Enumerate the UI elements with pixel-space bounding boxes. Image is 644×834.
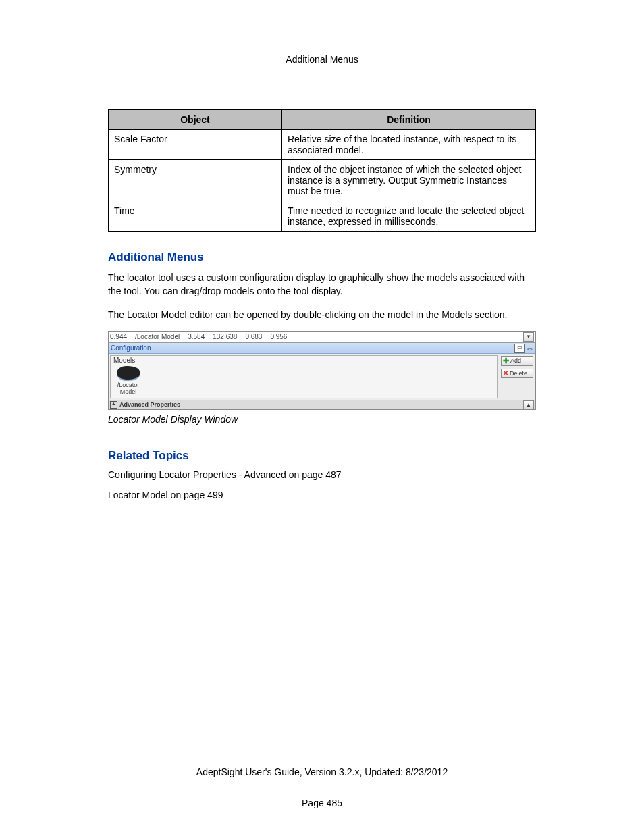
window-icon[interactable]: ▭: [514, 344, 525, 353]
figure-data-row: 0.944 /Locator Model 3.584 132.638 0.683…: [109, 332, 535, 343]
locator-model-figure: 0.944 /Locator Model 3.584 132.638 0.683…: [108, 331, 536, 410]
table-cell-object: Scale Factor: [109, 130, 282, 160]
model-thumbnail-label: /Locator Model: [113, 382, 143, 395]
table-cell-definition: Time needed to recognize and locate the …: [282, 201, 536, 232]
running-header: Additional Menus: [78, 54, 566, 65]
configuration-label: Configuration: [111, 344, 151, 352]
models-group: Models /Locator Model: [110, 355, 498, 398]
footer-rule: [78, 754, 566, 754]
table-cell-object: Time: [109, 201, 282, 232]
expand-plus-icon: +: [110, 401, 117, 409]
table-row: Time Time needed to recognize and locate…: [109, 201, 536, 232]
dropdown-icon[interactable]: ▼: [523, 332, 534, 342]
figure-side-buttons: ✚ Add ✕ Delete: [499, 354, 535, 400]
collapse-up-icon[interactable]: ︽: [527, 344, 533, 351]
table-cell-definition: Index of the object instance of which th…: [282, 160, 536, 201]
table-row: Symmetry Index of the object instance of…: [109, 160, 536, 201]
figure-caption: Locator Model Display Window: [108, 414, 536, 425]
header-rule: [78, 72, 566, 72]
advanced-properties-expander[interactable]: + Advanced Properties: [110, 401, 180, 409]
footer-guide-line: AdeptSight User's Guide, Version 3.2.x, …: [78, 766, 566, 777]
figure-footer-bar: + Advanced Properties ▲: [109, 400, 535, 409]
figure-value: /Locator Model: [135, 333, 180, 340]
scroll-up-icon[interactable]: ▲: [523, 400, 534, 409]
figure-value: 3.584: [188, 333, 205, 340]
model-thumbnail[interactable]: /Locator Model: [113, 366, 143, 395]
related-link[interactable]: Configuring Locator Properties - Advance…: [108, 469, 536, 480]
add-button-label: Add: [510, 357, 521, 364]
paragraph: The locator tool uses a custom configura…: [108, 271, 536, 298]
delete-button-label: Delete: [510, 370, 527, 377]
figure-value: 0.956: [270, 333, 287, 340]
cross-icon: ✕: [503, 370, 508, 377]
footer-page-number: Page 485: [78, 798, 566, 808]
advanced-properties-label: Advanced Properties: [119, 401, 180, 408]
figure-config-bar: Configuration ▭ ︽: [109, 343, 535, 354]
models-group-label: Models: [113, 357, 494, 364]
table-row: Scale Factor Relative size of the locate…: [109, 130, 536, 160]
table-cell-definition: Relative size of the located instance, w…: [282, 130, 536, 160]
paragraph: The Locator Model editor can be opened b…: [108, 308, 536, 321]
related-link[interactable]: Locator Model on page 499: [108, 490, 536, 500]
figure-value: 132.638: [213, 333, 237, 340]
add-button[interactable]: ✚ Add: [501, 356, 533, 366]
delete-button[interactable]: ✕ Delete: [501, 369, 533, 378]
table-header-definition: Definition: [282, 110, 536, 130]
table-cell-object: Symmetry: [109, 160, 282, 201]
figure-value: 0.683: [245, 333, 262, 340]
model-shape-icon: [117, 366, 140, 380]
table-header-object: Object: [109, 110, 282, 130]
heading-additional-menus: Additional Menus: [108, 251, 536, 264]
figure-value: 0.944: [110, 333, 127, 340]
definitions-table: Object Definition Scale Factor Relative …: [108, 109, 536, 232]
plus-icon: ✚: [503, 357, 509, 365]
heading-related-topics: Related Topics: [108, 449, 536, 463]
